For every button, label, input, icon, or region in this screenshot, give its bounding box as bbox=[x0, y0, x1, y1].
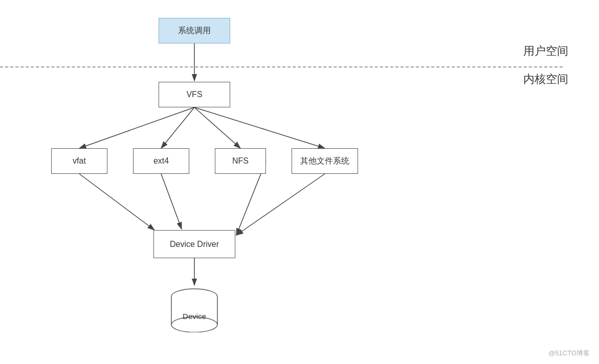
device-driver-box: Device Driver bbox=[153, 230, 235, 258]
nfs-box: NFS bbox=[215, 148, 266, 174]
user-kernel-separator bbox=[0, 66, 563, 67]
vfat-box: vfat bbox=[51, 148, 107, 174]
device-cylinder bbox=[169, 286, 220, 332]
svg-line-7 bbox=[161, 174, 182, 229]
svg-rect-16 bbox=[172, 297, 217, 302]
svg-line-2 bbox=[79, 107, 194, 148]
user-space-label: 用户空间 bbox=[523, 43, 568, 59]
diagram-container: 用户空间 内核空间 系统调用 VFS bbox=[0, 0, 599, 364]
svg-line-3 bbox=[161, 107, 194, 148]
arrows-svg bbox=[0, 0, 599, 364]
watermark: @51CTO博客 bbox=[548, 349, 590, 358]
svg-line-4 bbox=[194, 107, 240, 148]
ext4-box: ext4 bbox=[133, 148, 189, 174]
device-label: Device bbox=[169, 312, 220, 321]
kernel-space-label: 内核空间 bbox=[523, 72, 568, 87]
svg-line-9 bbox=[236, 174, 325, 235]
vfs-box: VFS bbox=[159, 82, 230, 107]
svg-line-6 bbox=[79, 174, 154, 230]
svg-line-5 bbox=[194, 107, 325, 148]
syscall-box: 系统调用 bbox=[159, 18, 230, 43]
other-fs-box: 其他文件系统 bbox=[292, 148, 358, 174]
